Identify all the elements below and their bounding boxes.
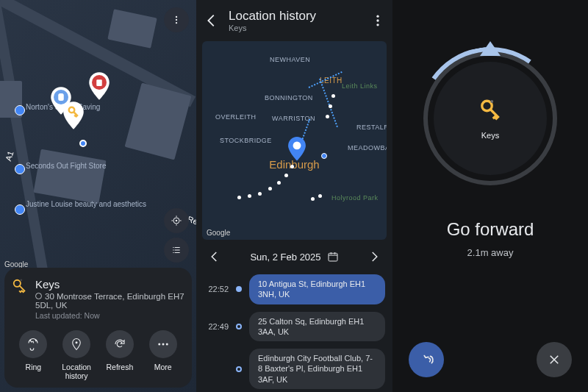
- svg-point-20: [293, 142, 301, 150]
- distance-label: 2.1m away: [392, 247, 588, 258]
- poi-label: Justine Louise beauty and aesthetics: [26, 200, 146, 208]
- svg-rect-3: [58, 93, 64, 101]
- poi-icon[interactable]: [15, 204, 25, 215]
- pin-keys[interactable]: [62, 101, 85, 129]
- history-panel: Location history Keys NEWHAVEN LEITH BON…: [196, 0, 392, 392]
- date-bar: Sun, 2 Feb 2025: [196, 243, 392, 271]
- ring-button[interactable]: Ring: [12, 330, 54, 380]
- svg-point-19: [376, 24, 379, 26]
- history-bluedot: [321, 153, 327, 159]
- svg-point-6: [176, 16, 177, 18]
- card-address: 30 Montrose Terrace, Edinburgh EH7 5DL, …: [35, 292, 184, 310]
- map-attribution: Google: [207, 229, 230, 237]
- map-panel: A1 Regent Rd Norton's Space Saving Secon…: [0, 0, 196, 392]
- card-title: Keys: [35, 278, 184, 291]
- poi-icon[interactable]: [15, 164, 25, 174]
- more-menu-button[interactable]: [164, 7, 189, 32]
- road-label-a1: A1: [4, 150, 15, 163]
- timeline-entry[interactable]: 22:52 10 Antigua St, Edinburgh EH1 3NH, …: [204, 271, 385, 308]
- svg-point-10: [176, 220, 178, 222]
- ring-icon: [26, 338, 40, 351]
- compass: Keys: [423, 51, 557, 185]
- svg-point-15: [162, 343, 164, 345]
- ring-fab-button[interactable]: [409, 342, 444, 377]
- key-icon: [477, 97, 503, 124]
- svg-point-16: [165, 343, 168, 345]
- svg-point-23: [490, 100, 493, 103]
- history-map[interactable]: NEWHAVEN LEITH BONNINGTON OVERLEITH WARR…: [202, 41, 387, 240]
- svg-point-18: [376, 19, 379, 21]
- crosshair-icon: [171, 215, 182, 227]
- more-menu-button[interactable]: [370, 13, 385, 28]
- pin-luggage[interactable]: [88, 72, 110, 100]
- current-location-dot: [79, 140, 87, 147]
- location-history-button[interactable]: Location history: [55, 330, 98, 380]
- list-icon: [171, 245, 182, 255]
- history-subtitle: Keys: [229, 24, 316, 32]
- svg-point-7: [176, 19, 177, 21]
- poi-icon[interactable]: [15, 105, 25, 115]
- calendar-button[interactable]: [327, 251, 339, 263]
- poi-label: Seconds Out Fight Store: [26, 162, 107, 170]
- history-header: Location history Keys: [196, 0, 392, 38]
- history-location-icon: [70, 338, 83, 351]
- prev-day-button[interactable]: [208, 250, 221, 263]
- back-button[interactable]: [204, 13, 220, 29]
- history-title: Location history: [229, 9, 316, 24]
- list-button[interactable]: [164, 238, 189, 263]
- card-actions: Ring Location history Refresh More: [12, 330, 184, 380]
- compass-item-label: Keys: [481, 131, 499, 140]
- history-pin[interactable]: [287, 137, 306, 160]
- timeline-dot-icon: [236, 366, 242, 372]
- date-label: Sun, 2 Feb 2025: [250, 252, 320, 263]
- timeline: 22:52 10 Antigua St, Edinburgh EH1 3NH, …: [196, 271, 392, 392]
- more-button[interactable]: More: [142, 330, 184, 380]
- ring-icon: [418, 352, 434, 368]
- svg-point-14: [158, 343, 160, 345]
- timeline-dot-icon: [236, 286, 242, 292]
- svg-rect-1: [96, 79, 102, 86]
- timeline-dot-icon: [236, 324, 242, 329]
- timeline-entry[interactable]: 22:49 25 Calton Sq, Edinburgh EH1 3AA, U…: [204, 308, 385, 346]
- more-vert-icon: [171, 15, 182, 25]
- more-horiz-icon: [157, 338, 170, 351]
- compass-tip-icon: [480, 41, 501, 56]
- close-icon: [548, 353, 561, 366]
- direction-label: Go forward: [392, 219, 588, 240]
- compass-panel: Keys Go forward 2.1m away: [392, 0, 588, 392]
- close-fab-button[interactable]: [537, 342, 572, 377]
- item-card: Keys 30 Montrose Terrace, Edinburgh EH7 …: [4, 268, 192, 388]
- svg-rect-21: [329, 253, 337, 261]
- refresh-icon: [113, 338, 126, 351]
- timeline-entry[interactable]: Edinburgh City Football Club, 7-8 Baxter…: [204, 345, 385, 392]
- svg-point-12: [20, 279, 22, 281]
- next-day-button[interactable]: [368, 250, 381, 263]
- refresh-button[interactable]: Refresh: [98, 330, 141, 380]
- svg-point-17: [376, 15, 379, 18]
- recenter-button[interactable]: [164, 208, 189, 233]
- card-updated: Last updated: Now: [35, 311, 184, 320]
- key-icon: [12, 278, 28, 294]
- svg-point-8: [176, 22, 177, 24]
- svg-point-13: [76, 341, 78, 343]
